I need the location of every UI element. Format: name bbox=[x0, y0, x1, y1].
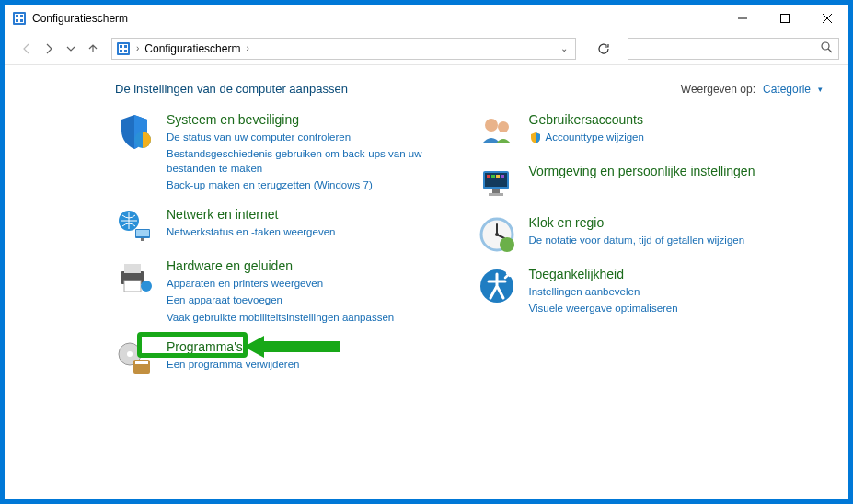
search-input[interactable] bbox=[634, 42, 809, 55]
svg-rect-31 bbox=[487, 175, 490, 178]
svg-point-27 bbox=[485, 119, 498, 132]
category-link[interactable]: Back-up maken en terugzetten (Windows 7) bbox=[167, 178, 461, 192]
categories-right-column: Gebruikersaccounts Accounttype wijzigen bbox=[470, 112, 824, 391]
category-link[interactable]: Accounttype wijzigen bbox=[529, 130, 824, 144]
svg-point-13 bbox=[822, 42, 829, 50]
search-icon bbox=[821, 41, 833, 56]
titlebar: Configuratiescherm bbox=[5, 5, 848, 32]
chevron-right-icon: › bbox=[246, 43, 248, 53]
shield-icon bbox=[115, 112, 154, 151]
category-title[interactable]: Klok en regio bbox=[529, 215, 605, 230]
category-link[interactable]: Visuele weergave optimaliseren bbox=[529, 301, 824, 315]
svg-rect-36 bbox=[489, 193, 503, 196]
recent-locations-button[interactable] bbox=[62, 38, 80, 60]
category-network-internet: Netwerk en internet Netwerkstatus en -ta… bbox=[115, 207, 461, 246]
nav-row: › Configuratiescherm › ⌄ bbox=[5, 32, 848, 65]
programs-icon bbox=[115, 339, 154, 378]
svg-rect-5 bbox=[20, 19, 23, 22]
category-hardware-sound: Hardware en geluiden Apparaten en printe… bbox=[115, 258, 461, 326]
svg-rect-18 bbox=[141, 238, 144, 241]
svg-rect-26 bbox=[135, 361, 148, 364]
svg-rect-17 bbox=[136, 230, 149, 236]
window-controls bbox=[721, 5, 848, 32]
category-link[interactable]: Bestandsgeschiedenis gebruiken om back-u… bbox=[167, 146, 461, 176]
category-appearance: Vormgeving en persoonlijke instellingen bbox=[478, 164, 824, 202]
category-title[interactable]: Systeem en beveiliging bbox=[167, 112, 299, 127]
category-clock-region: Klok en regio De notatie voor datum, tij… bbox=[478, 215, 824, 254]
svg-rect-21 bbox=[124, 281, 141, 292]
svg-rect-32 bbox=[491, 175, 495, 178]
category-link[interactable]: Vaak gebruikte mobiliteitsinstellingen a… bbox=[167, 310, 461, 325]
category-link[interactable]: Een programma verwijderen bbox=[167, 357, 461, 372]
page-title: De instellingen van de computer aanpasse… bbox=[115, 82, 348, 96]
close-button[interactable] bbox=[806, 5, 848, 32]
svg-point-24 bbox=[127, 351, 133, 357]
minimize-button[interactable] bbox=[721, 5, 764, 32]
clock-icon bbox=[478, 215, 516, 254]
chevron-right-icon: › bbox=[136, 43, 139, 53]
category-title[interactable]: Gebruikersaccounts bbox=[529, 112, 644, 127]
control-panel-window: Configuratiescherm bbox=[4, 4, 849, 500]
maximize-button[interactable] bbox=[764, 5, 806, 32]
user-accounts-icon bbox=[478, 112, 516, 151]
category-link[interactable]: Instellingen aanbevelen bbox=[529, 284, 824, 299]
category-title[interactable]: Programma's bbox=[167, 339, 243, 354]
category-title[interactable]: Toegankelijkheid bbox=[529, 267, 625, 281]
up-button[interactable] bbox=[84, 38, 102, 60]
svg-point-22 bbox=[141, 281, 152, 292]
svg-point-28 bbox=[498, 121, 509, 132]
ease-of-access-icon bbox=[478, 267, 516, 305]
svg-rect-3 bbox=[20, 15, 23, 17]
category-title[interactable]: Vormgeving en persoonlijke instellingen bbox=[529, 164, 755, 178]
category-title[interactable]: Hardware en geluiden bbox=[167, 258, 293, 273]
search-box[interactable] bbox=[628, 38, 839, 60]
category-link[interactable]: Apparaten en printers weergeven bbox=[167, 276, 461, 291]
svg-rect-20 bbox=[124, 264, 141, 273]
view-by-label: Weergeven op: bbox=[681, 83, 755, 96]
forward-button[interactable] bbox=[40, 38, 58, 60]
category-link[interactable]: De status van uw computer controleren bbox=[167, 130, 461, 144]
printer-icon bbox=[115, 258, 154, 297]
view-by-selector[interactable]: Weergeven op: Categorie ▾ bbox=[681, 83, 823, 96]
svg-rect-34 bbox=[501, 175, 504, 178]
svg-point-38 bbox=[495, 233, 499, 236]
category-programs: Programma's Een programma verwijderen bbox=[115, 339, 461, 378]
svg-rect-11 bbox=[120, 50, 122, 52]
category-title[interactable]: Netwerk en internet bbox=[167, 207, 278, 222]
category-link-label: Accounttype wijzigen bbox=[546, 132, 644, 143]
refresh-button[interactable] bbox=[591, 38, 617, 60]
content-area: De instellingen van de computer aanpasse… bbox=[5, 65, 848, 499]
address-bar[interactable]: › Configuratiescherm › ⌄ bbox=[111, 38, 576, 60]
svg-rect-9 bbox=[120, 45, 122, 48]
svg-rect-12 bbox=[124, 50, 127, 52]
categories-left-column: Systeem en beveiliging De status van uw … bbox=[30, 112, 461, 391]
svg-rect-35 bbox=[492, 189, 500, 193]
svg-rect-4 bbox=[16, 19, 18, 22]
svg-point-39 bbox=[500, 237, 514, 252]
category-link[interactable]: Netwerkstatus en -taken weergeven bbox=[167, 224, 461, 239]
category-system-security: Systeem en beveiliging De status van uw … bbox=[115, 112, 461, 194]
svg-rect-33 bbox=[496, 175, 500, 178]
control-panel-icon bbox=[12, 11, 27, 26]
chevron-down-icon[interactable]: ⌄ bbox=[557, 43, 571, 53]
window-title: Configuratiescherm bbox=[32, 12, 128, 25]
back-button[interactable] bbox=[17, 38, 36, 60]
category-link[interactable]: Een apparaat toevoegen bbox=[167, 292, 461, 307]
svg-rect-6 bbox=[781, 15, 790, 23]
category-link[interactable]: De notatie voor datum, tijd of getallen … bbox=[529, 233, 824, 247]
globe-network-icon bbox=[115, 207, 154, 246]
category-user-accounts: Gebruikersaccounts Accounttype wijzigen bbox=[478, 112, 824, 151]
category-accessibility: Toegankelijkheid Instellingen aanbevelen… bbox=[478, 267, 824, 317]
svg-rect-10 bbox=[124, 45, 127, 48]
view-by-value: Categorie bbox=[763, 83, 811, 96]
control-panel-icon bbox=[116, 41, 131, 56]
uac-shield-icon bbox=[529, 132, 542, 144]
svg-rect-2 bbox=[16, 15, 18, 17]
chevron-down-icon: ▾ bbox=[818, 85, 823, 94]
breadcrumb-item[interactable]: Configuratiescherm bbox=[144, 42, 240, 55]
appearance-icon bbox=[478, 164, 516, 202]
